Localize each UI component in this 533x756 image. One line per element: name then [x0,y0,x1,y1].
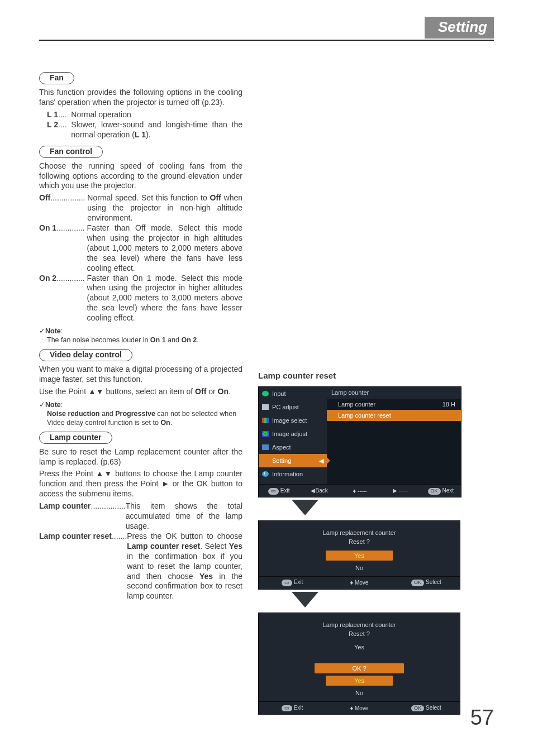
fc-off-row: Off ................ Normal speed. Set t… [39,193,242,223]
fan-l2-row: L 2 .... Slower, lower-sound and longish… [47,120,242,140]
fan-l1-desc: Normal operation [71,110,242,120]
lcr-desc: Press the OK button to choose Lamp count… [127,532,242,601]
dots: .... [58,120,71,140]
input-icon [262,391,269,396]
image-adjust-icon [262,431,269,437]
fan-control-intro: Choose the running speed of cooling fans… [39,161,242,192]
fc-on2-label: On 2 [39,274,56,324]
pc-icon [262,404,269,410]
osd-item-pc: PC adjust [259,400,327,414]
osd-item-info: Information [259,467,327,481]
left-column: Fan This function provides the following… [39,72,242,715]
info-icon [262,471,269,477]
osd-item-input: Input [259,387,327,400]
dots: ............. [56,223,87,274]
fc-off-label: Off [39,193,50,223]
fan-l2-label: L 2 [47,120,58,140]
dialog2-first-yes: Yes [326,642,393,652]
right-column: Lamp counter reset Input PC adjust Image… [258,72,494,715]
osd-dialog-1: Lamp replacement counter Reset ? Yes No … [258,520,460,589]
osd-item-setting: Setting◀ [259,454,327,467]
fc-on1-label: On 1 [39,223,56,274]
dialog2-no: No [326,688,393,698]
fc-on2-desc: Faster than On 1 mode. Select this mode … [87,274,242,324]
flow-arrow-2 [258,592,494,610]
dialog2-line2: Reset ? [263,630,455,638]
page: Setting Fan This function provides the f… [0,0,533,756]
lamp-counter-heading: Lamp counter [39,432,112,444]
fc-on2-row: On 2 ............. Faster than On 1 mode… [39,274,242,324]
lamp-p2: Press the Point ▲▼ buttons to choose the… [39,469,242,499]
osd-item-aspect: Aspect [259,441,327,454]
aspect-icon [262,444,269,450]
menu-chip: ▭ [268,488,279,495]
dialog2-yes: Yes [326,676,393,686]
vd-p2: Use the Point ▲▼ buttons, select an item… [39,387,242,397]
video-delay-heading: Video delay control [39,349,132,361]
dialog1-no: No [326,563,393,573]
osd-dialog-2: Lamp replacement counter Reset ? Yes OK … [258,613,460,715]
fan-l2-desc: Slower, lower-sound and longish-time tha… [71,120,242,140]
osd-row-lampcounter: Lamp counter18 H [327,399,461,410]
dialog1-line2: Reset ? [263,538,455,546]
lcr-title: Lamp counter reset [258,370,494,381]
lc-label: Lamp counter [39,501,91,532]
dots: .... [58,110,71,120]
fan-l1-label: L 1 [47,110,58,120]
dots: ................ [91,501,126,532]
fan-heading: Fan [39,72,74,84]
fc-on1-desc: Faster than Off mode. Select this mode w… [87,223,242,274]
osd-row-lampreset: Lamp counter reset [327,410,461,421]
osd-sidebar: Input PC adjust Image select Image adjus… [259,387,327,484]
osd-item-imgadj: Image adjust [259,427,327,441]
vd-p1: When you want to make a digital processi… [39,365,242,385]
osd-footer: ▭Exit ◀Back ♦ ----- ▶ ----- OKNext [259,484,461,497]
chevron-left-icon: ◀ [319,457,323,465]
arrow-down-icon [292,592,318,607]
fc-on1-row: On 1 ............. Faster than Off mode.… [39,223,242,274]
image-select-icon [262,418,269,423]
fc-note-body: The fan noise becomes louder in On 1 and… [39,336,242,344]
dialog2-line1: Lamp replacement counter [263,621,455,629]
osd-item-imgsel: Image select [259,414,327,427]
dots: ....... [112,532,127,601]
osd-menu: Input PC adjust Image select Image adjus… [258,386,461,497]
lamp-p1: Be sure to reset the Lamp replacement co… [39,447,242,467]
dialog2-ok: OK ? [315,663,404,673]
vd-note-head: ✓Note: [39,400,242,409]
flow-arrow-1 [258,500,494,518]
page-number: 57 [470,704,494,731]
arrow-down-icon [292,500,318,515]
lamp-lcr-row: Lamp counter reset ....... Press the OK … [39,532,242,601]
header-title: Setting [425,17,494,39]
osd-main: Lamp counter Lamp counter18 H Lamp count… [327,387,461,484]
lc-desc: This item shows the total accumulated ti… [126,501,242,532]
vd-note-body: Noise reduction and Progressive can not … [39,409,242,427]
fc-note-head: ✓Note: [39,327,242,336]
fan-l1-row: L 1 .... Normal operation [47,110,242,120]
lamp-lc-row: Lamp counter ................ This item … [39,501,242,532]
fc-off-desc: Normal speed. Set this function to Off w… [87,193,242,223]
dots: ............. [56,274,87,324]
ok-chip: OK [428,488,441,495]
dots: ................ [50,193,87,223]
page-header: Setting [39,17,494,41]
fan-intro: This function provides the following opt… [39,88,242,108]
osd-main-title: Lamp counter [327,387,461,398]
setting-icon [262,458,269,463]
fan-control-heading: Fan control [39,146,103,158]
dialog1-line1: Lamp replacement counter [263,529,455,537]
lcr-label: Lamp counter reset [39,532,112,601]
dialog1-yes: Yes [326,551,393,561]
